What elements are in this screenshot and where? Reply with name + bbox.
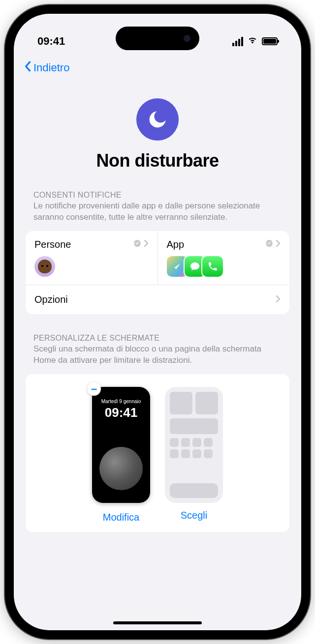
- dynamic-island: [116, 27, 199, 50]
- customize-desc: Scegli una schermata di blocco o una pag…: [33, 344, 282, 366]
- people-row[interactable]: Persone: [26, 231, 158, 285]
- wifi-icon: [247, 34, 258, 48]
- options-label: Opzioni: [34, 294, 68, 305]
- chevron-right-icon: [276, 239, 281, 249]
- allow-notifications-header: CONSENTI NOTIFICHE: [33, 191, 282, 200]
- phone-app-icon: [202, 256, 223, 277]
- focus-header: Non disturbare: [26, 79, 289, 191]
- home-indicator[interactable]: [113, 621, 202, 624]
- moon-icon: [136, 98, 179, 141]
- chevron-right-icon: [144, 239, 149, 249]
- chevron-right-icon: [276, 294, 281, 305]
- back-label: Indietro: [33, 61, 69, 74]
- back-button[interactable]: Indietro: [24, 61, 69, 75]
- lock-screen-preview[interactable]: Martedì 9 gennaio 09:41: [92, 387, 150, 503]
- chevron-left-icon: [24, 61, 32, 75]
- cellular-icon: [232, 37, 243, 46]
- remove-lock-screen-button[interactable]: –: [87, 382, 101, 396]
- allow-notifications-desc: Le notifiche provenienti dalle app e dal…: [33, 201, 282, 223]
- lock-preview-time: 09:41: [92, 405, 150, 420]
- choose-home-screen-button[interactable]: Scegli: [165, 510, 223, 521]
- battery-icon: [262, 37, 278, 45]
- options-row[interactable]: Opzioni: [26, 285, 289, 314]
- verified-icon: [133, 239, 142, 250]
- edit-lock-screen-button[interactable]: Modifica: [92, 512, 150, 523]
- home-screen-placeholder[interactable]: [165, 387, 223, 503]
- people-label: Persone: [34, 239, 71, 250]
- customize-header: PERSONALIZZA LE SCHERMATE: [33, 334, 282, 343]
- contact-avatar: [34, 256, 55, 277]
- verified-icon: [265, 239, 274, 250]
- apps-label: App: [167, 239, 185, 250]
- apps-row[interactable]: App: [158, 231, 290, 285]
- moon-wallpaper-icon: [99, 447, 143, 490]
- status-time: 09:41: [37, 35, 65, 48]
- page-title: Non disturbare: [26, 150, 289, 171]
